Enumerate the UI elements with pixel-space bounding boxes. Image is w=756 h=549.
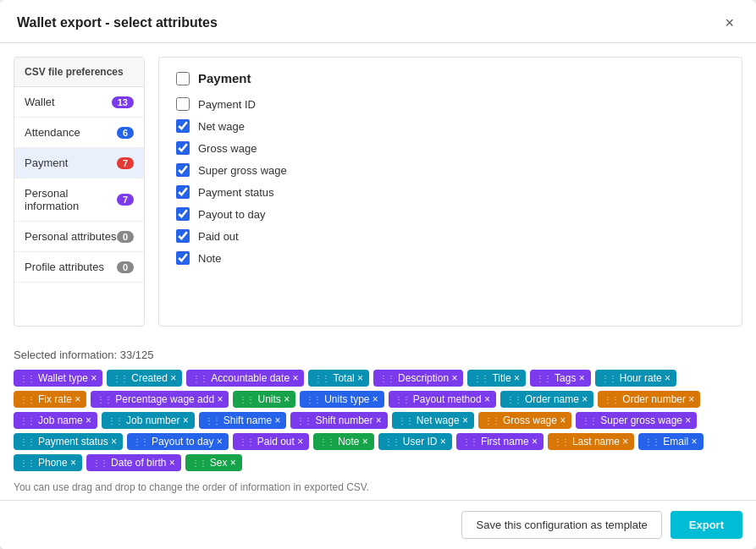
tag-drag-icon: ⋮⋮ [239,437,254,447]
tag-label: Payment status × [38,436,117,447]
tag-14[interactable]: ⋮⋮Order number × [598,391,700,408]
tag-drag-icon: ⋮⋮ [462,437,477,447]
tag-label: Fix rate × [38,393,80,405]
sidebar-item-badge: 13 [112,96,134,108]
tag-label: Total × [333,372,363,384]
tag-18[interactable]: ⋮⋮Shift number × [290,412,387,429]
tag-9[interactable]: ⋮⋮Percentage wage add × [91,391,229,408]
sidebar-item-profile_attr[interactable]: Profile attributes0 [14,252,144,283]
tag-23[interactable]: ⋮⋮Payout to day × [127,433,229,450]
checkbox-net_wage[interactable] [176,119,190,133]
tag-25[interactable]: ⋮⋮Note × [313,433,374,450]
sidebar-item-label: Attendance [25,126,80,139]
checkbox-label-super_gross_wage[interactable]: Super gross wage [198,164,287,177]
tag-30[interactable]: ⋮⋮Phone × [14,454,82,471]
tag-drag-icon: ⋮⋮ [398,416,413,425]
checkbox-gross_wage[interactable] [176,141,190,155]
tag-label: Accountable date × [211,372,298,384]
tag-label: Date of birth × [111,457,175,469]
sidebar-item-attendance[interactable]: Attendance6 [14,118,144,148]
checkbox-payment_status[interactable] [176,185,190,199]
tags-area: ⋮⋮Wallet type ×⋮⋮Created ×⋮⋮Accountable … [0,365,756,476]
sidebar-item-wallet[interactable]: Wallet13 [14,87,144,118]
right-panel: Payment Payment IDNet wageGross wageSupe… [158,57,742,327]
tag-15[interactable]: ⋮⋮Job name × [14,412,97,429]
tag-16[interactable]: ⋮⋮Job number × [102,412,195,429]
checkbox-label-gross_wage[interactable]: Gross wage [198,142,257,155]
tag-drag-icon: ⋮⋮ [296,416,312,425]
tag-6[interactable]: ⋮⋮Tags × [530,370,591,387]
tag-19[interactable]: ⋮⋮Net wage × [392,412,474,429]
tag-24[interactable]: ⋮⋮Paid out × [233,433,309,450]
checkbox-row-gross_wage: Gross wage [176,141,725,155]
sidebar-item-personal_attr[interactable]: Personal attributes0 [14,222,144,252]
tag-21[interactable]: ⋮⋮Super gross wage × [576,412,697,429]
checkbox-paid_out[interactable] [176,229,190,243]
tag-27[interactable]: ⋮⋮First name × [456,433,544,450]
tag-label: Payout to day × [152,436,223,447]
sidebar-item-payment[interactable]: Payment7 [14,148,144,178]
tag-0[interactable]: ⋮⋮Wallet type × [14,370,102,387]
tag-drag-icon: ⋮⋮ [473,374,488,383]
tag-2[interactable]: ⋮⋮Accountable date × [186,370,304,387]
tag-label: Units × [257,393,290,405]
tag-label: Email × [663,436,697,447]
checkbox-note[interactable] [176,251,190,265]
tag-label: Created × [131,372,176,384]
tag-label: Net wage × [417,414,468,426]
checkbox-label-net_wage[interactable]: Net wage [198,120,245,133]
save-template-button[interactable]: Save this configuration as template [461,511,661,539]
tag-28[interactable]: ⋮⋮Last name × [548,433,634,450]
sidebar-item-badge: 0 [117,231,134,243]
tag-drag-icon: ⋮⋮ [395,395,410,404]
checkbox-label-paid_out[interactable]: Paid out [198,230,239,243]
tag-label: Job name × [38,414,91,426]
checkbox-label-payment_status[interactable]: Payment status [198,186,274,199]
tag-17[interactable]: ⋮⋮Shift name × [199,412,287,429]
tag-7[interactable]: ⋮⋮Hour rate × [595,370,676,387]
tag-20[interactable]: ⋮⋮Gross wage × [478,412,571,429]
tag-22[interactable]: ⋮⋮Payment status × [14,433,123,450]
checkbox-super_gross_wage[interactable] [176,163,190,177]
tag-5[interactable]: ⋮⋮Title × [467,370,526,387]
tag-drag-icon: ⋮⋮ [536,374,551,383]
tag-26[interactable]: ⋮⋮User ID × [378,433,452,450]
checkbox-label-payment_id[interactable]: Payment ID [198,98,256,111]
tag-label: Title × [492,372,520,384]
tag-8[interactable]: ⋮⋮Fix rate × [14,391,86,408]
tag-11[interactable]: ⋮⋮Units type × [300,391,384,408]
tag-label: First name × [481,436,538,447]
tag-label: Tags × [555,372,585,384]
checkbox-payout_to_day[interactable] [176,207,190,221]
tag-12[interactable]: ⋮⋮Payout method × [389,391,496,408]
modal-title: Wallet export - select attributes [17,15,218,30]
tag-drag-icon: ⋮⋮ [306,395,321,404]
tag-31[interactable]: ⋮⋮Date of birth × [86,454,181,471]
close-button[interactable]: × [720,14,739,32]
payment-section-title: Payment [198,71,251,85]
payment-header-checkbox[interactable] [176,72,190,85]
tag-3[interactable]: ⋮⋮Total × [308,370,369,387]
tag-label: Super gross wage × [600,414,691,426]
tag-32[interactable]: ⋮⋮Sex × [185,454,242,471]
tag-label: User ID × [403,436,446,447]
tag-drag-icon: ⋮⋮ [484,416,499,425]
checkbox-label-note[interactable]: Note [198,252,221,265]
sidebar-item-badge: 7 [117,194,134,206]
sidebar-item-label: Personal information [25,187,117,212]
tag-label: Sex × [210,457,236,469]
tag-1[interactable]: ⋮⋮Created × [107,370,182,387]
tag-drag-icon: ⋮⋮ [314,374,329,383]
tag-label: Phone × [38,457,76,469]
tag-drag-icon: ⋮⋮ [191,458,207,468]
tag-10[interactable]: ⋮⋮Units × [233,391,295,408]
sidebar-item-personal_info[interactable]: Personal information7 [14,178,144,222]
tag-drag-icon: ⋮⋮ [604,395,619,404]
checkbox-payment_id[interactable] [176,97,190,111]
csv-preferences-header: CSV file preferences [14,58,144,87]
tag-13[interactable]: ⋮⋮Order name × [500,391,593,408]
checkbox-label-payout_to_day[interactable]: Payout to day [198,208,266,221]
export-button[interactable]: Export [670,511,742,539]
tag-4[interactable]: ⋮⋮Description × [373,370,463,387]
tag-29[interactable]: ⋮⋮Email × [638,433,703,450]
